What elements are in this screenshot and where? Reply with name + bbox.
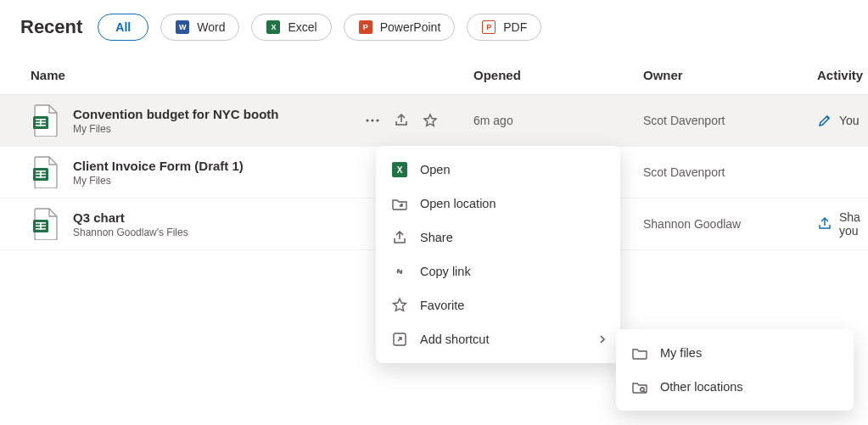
submenu: My files Other locations [616,329,854,411]
file-name: Q3 chart [73,210,188,225]
menu-open-location-label: Open location [420,197,496,210]
filter-all-label: All [115,20,131,34]
share-icon[interactable] [394,113,409,128]
filter-pdf-label: PDF [503,20,527,34]
column-owner[interactable]: Owner [643,68,817,82]
file-location: My Files [73,123,278,135]
excel-app-icon: X [391,161,408,178]
svg-rect-12 [40,171,42,178]
menu-favorite-label: Favorite [420,299,464,312]
activity-cell: Sha you [817,210,860,238]
menu-open-location[interactable]: Open location [376,187,620,221]
excel-file-icon [31,103,59,137]
excel-icon: X [266,20,281,35]
filter-all[interactable]: All [98,14,148,41]
word-icon: W [175,20,190,35]
filter-excel-label: Excel [288,20,316,34]
svg-rect-17 [40,222,42,230]
row-actions [365,113,438,128]
file-location: Shannon Goodlaw's Files [73,226,188,238]
owner-cell: Scot Davenport [643,165,817,179]
table-row[interactable]: Convention budget for NYC booth My Files… [0,95,868,147]
activity-cell: You [817,113,860,128]
column-name[interactable]: Name [31,68,473,82]
pencil-icon [817,113,832,128]
menu-add-shortcut-label: Add shortcut [420,333,489,346]
submenu-other-locations-label: Other locations [660,380,743,394]
svg-point-19 [641,388,644,391]
file-name: Convention budget for NYC booth [73,107,278,121]
menu-open-label: Open [420,163,450,176]
svg-rect-4 [40,119,42,126]
file-name: Client Invoice Form (Draft 1) [73,159,244,173]
submenu-my-files[interactable]: My files [616,336,854,370]
column-activity[interactable]: Activity [817,68,863,82]
pdf-icon: P [481,20,496,35]
menu-open[interactable]: X Open [376,153,620,187]
opened-cell: 6m ago [473,114,643,127]
submenu-other-locations[interactable]: Other locations [616,370,854,404]
submenu-my-files-label: My files [660,346,702,360]
folder-open-icon [391,195,408,212]
activity-text: You [839,114,860,127]
column-opened[interactable]: Opened [473,68,643,82]
folder-icon [631,344,648,361]
owner-cell: Scot Davenport [643,114,817,127]
menu-share-label: Share [420,231,453,244]
favorite-icon[interactable] [423,113,438,128]
star-icon [391,297,408,314]
powerpoint-icon: P [358,20,373,35]
table-header-row: Name Opened Owner Activity [0,56,868,95]
link-icon [391,263,408,280]
svg-point-7 [376,119,378,121]
recent-title: Recent [20,16,82,38]
filter-powerpoint-label: PowerPoint [380,20,441,34]
activity-text: Sha you [839,210,860,238]
shortcut-icon [391,331,408,348]
filter-word[interactable]: W Word [160,14,239,41]
filter-excel[interactable]: X Excel [251,14,331,41]
context-menu: X Open Open location Share Copy link Fav… [376,146,620,363]
menu-copy-link-label: Copy link [420,265,471,278]
folder-search-icon [631,378,648,395]
menu-favorite[interactable]: Favorite [376,288,620,322]
svg-point-5 [366,119,368,121]
menu-copy-link[interactable]: Copy link [376,254,620,288]
owner-cell: Shannon Goodlaw [643,217,817,231]
share-icon [391,229,408,246]
excel-file-icon [31,207,59,241]
chevron-right-icon [596,333,608,345]
more-icon[interactable] [365,113,380,128]
menu-share[interactable]: Share [376,221,620,254]
file-location: My Files [73,175,244,187]
filter-word-label: Word [197,20,225,34]
filter-pdf[interactable]: P PDF [467,14,541,41]
share-activity-icon [817,216,832,232]
filter-powerpoint[interactable]: P PowerPoint [344,14,456,41]
menu-add-shortcut[interactable]: Add shortcut [376,322,620,356]
svg-point-6 [371,119,373,121]
excel-file-icon [31,155,59,189]
header: Recent All W Word X Excel P PowerPoint P… [0,0,868,56]
